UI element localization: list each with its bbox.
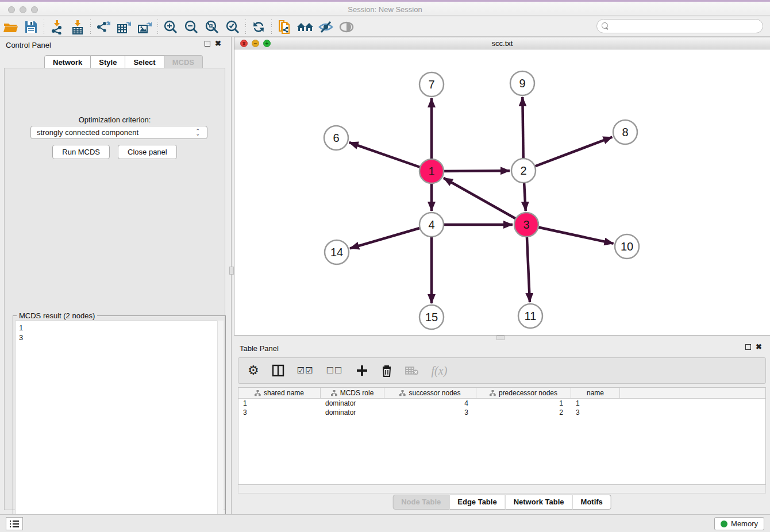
export-table-button[interactable] (114, 18, 134, 36)
export-network-button[interactable] (93, 18, 114, 36)
column-header-predecessor-nodes[interactable]: predecessor nodes (476, 388, 571, 398)
run-mcds-button[interactable]: Run MCDS (52, 145, 110, 159)
table-panel-float-icon[interactable] (745, 344, 751, 350)
node-label: 4 (428, 218, 434, 231)
network-canvas[interactable]: 1234678910111415 (234, 49, 769, 335)
table-cell[interactable]: 3 (238, 408, 321, 417)
table-cell[interactable]: 4 (384, 399, 476, 408)
add-column-icon[interactable] (356, 364, 368, 377)
network-graph[interactable]: 1234678910111415 (234, 49, 769, 335)
toggle-visibility-button[interactable] (315, 18, 336, 36)
deselect-all-icon[interactable]: ☐☐ (326, 365, 343, 376)
column-header-MCDS-role[interactable]: MCDS role (321, 388, 384, 398)
task-history-button[interactable] (6, 517, 23, 530)
vertical-splitter[interactable] (229, 37, 234, 514)
show-hidden-button (336, 18, 357, 36)
graph-node-2[interactable]: 2 (511, 159, 536, 183)
toolbar-separator (271, 20, 272, 34)
column-header-shared-name[interactable]: shared name (238, 388, 321, 398)
table-tabs: Node TableEdge TableNetwork TableMotifs (392, 495, 611, 510)
graph-node-9[interactable]: 9 (510, 71, 534, 95)
graph-node-10[interactable]: 10 (615, 234, 639, 259)
result-line: 1 (19, 323, 220, 333)
mcds-result-title: MCDS result (2 nodes) (17, 311, 97, 320)
table-cell[interactable]: dominator (321, 399, 384, 408)
import-network-icon (49, 20, 64, 34)
splitter-grip[interactable] (229, 267, 234, 275)
save-session-button[interactable] (21, 18, 41, 36)
table-hscrollbar[interactable] (238, 485, 766, 494)
network-window-titlebar[interactable]: x − + scc.txt (234, 37, 770, 49)
graph-node-6[interactable]: 6 (324, 126, 348, 150)
graph-node-15[interactable]: 15 (419, 305, 444, 329)
table-panel-close-icon[interactable]: ✖ (756, 344, 762, 350)
frame-close-icon[interactable]: x (240, 40, 248, 47)
node-label: 8 (622, 126, 628, 138)
graph-node-7[interactable]: 7 (419, 72, 444, 97)
zoom-fit-button[interactable] (202, 18, 222, 36)
table-cell[interactable]: 1 (238, 399, 321, 408)
table-cell[interactable]: dominator (321, 408, 384, 417)
column-layout-icon[interactable] (272, 364, 284, 377)
edge-3-1[interactable] (444, 178, 526, 225)
table-row[interactable]: 3dominator323 (238, 408, 765, 417)
edge-1-6[interactable] (349, 142, 432, 171)
edge-3-10[interactable] (526, 225, 614, 244)
criterion-select[interactable]: strongly connected component ⌃⌄ (30, 126, 207, 139)
zoom-out-button[interactable] (181, 18, 202, 36)
graph-node-1[interactable]: 1 (419, 159, 444, 183)
zoom-in-button[interactable] (160, 18, 181, 36)
select-all-icon[interactable]: ☑☑ (297, 365, 314, 376)
refresh-button[interactable] (248, 18, 269, 36)
control-panel-close-icon[interactable]: ✖ (215, 41, 221, 47)
splitter-grip[interactable] (496, 336, 505, 340)
mcds-result-text[interactable]: 13 (15, 321, 224, 530)
delete-column-icon[interactable] (381, 364, 392, 377)
table-settings-icon[interactable]: ⚙ (248, 363, 259, 378)
clone-network-button[interactable] (274, 18, 295, 36)
search-input[interactable] (612, 22, 763, 30)
graph-node-14[interactable]: 14 (325, 240, 349, 264)
optimization-criterion-label: Optimization criterion: (5, 115, 225, 124)
graph-node-11[interactable]: 11 (518, 304, 542, 328)
control-panel-float-icon[interactable] (205, 41, 210, 47)
status-bar: Memory (0, 514, 770, 532)
import-network-button[interactable] (47, 18, 67, 36)
memory-label: Memory (731, 519, 758, 528)
horizontal-splitter[interactable] (234, 336, 770, 340)
node-table: shared nameMCDS rolesuccessor nodesprede… (238, 387, 766, 485)
edge-2-8[interactable] (523, 137, 613, 171)
zoom-in-icon (163, 20, 178, 34)
table-cell[interactable]: 1 (571, 399, 620, 408)
table-row[interactable]: 1dominator411 (238, 399, 765, 408)
column-header-name[interactable]: name (571, 388, 620, 398)
graph-node-4[interactable]: 4 (419, 213, 444, 237)
column-header-successor-nodes[interactable]: successor nodes (384, 388, 476, 398)
search-field[interactable] (596, 19, 763, 33)
graph-node-3[interactable]: 3 (514, 213, 538, 237)
result-line: 3 (19, 333, 220, 342)
result-scrollbar[interactable] (217, 321, 224, 530)
network-overview-button[interactable] (295, 18, 315, 36)
table-cell[interactable]: 3 (571, 408, 620, 417)
zoom-out-icon (184, 20, 199, 34)
close-panel-button[interactable]: Close panel (118, 145, 177, 159)
tab-network-table[interactable]: Network Table (506, 495, 573, 510)
tab-motifs[interactable]: Motifs (573, 495, 611, 510)
tab-node-table[interactable]: Node Table (392, 495, 449, 510)
frame-maximize-icon[interactable]: + (263, 40, 271, 47)
column-sort-icon (331, 390, 337, 396)
table-cell[interactable]: 2 (476, 408, 571, 417)
table-panel-title: Table Panel (240, 344, 279, 353)
node-label: 7 (428, 78, 434, 91)
table-cell[interactable]: 1 (476, 399, 571, 408)
import-table-button[interactable] (67, 18, 88, 36)
export-image-button[interactable] (134, 18, 155, 36)
graph-node-8[interactable]: 8 (613, 120, 637, 144)
frame-minimize-icon[interactable]: − (252, 40, 259, 47)
tab-edge-table[interactable]: Edge Table (449, 495, 505, 510)
zoom-selected-button[interactable] (222, 18, 243, 36)
memory-button[interactable]: Memory (714, 517, 764, 530)
table-cell[interactable]: 3 (384, 408, 476, 417)
open-session-button[interactable] (0, 18, 21, 36)
